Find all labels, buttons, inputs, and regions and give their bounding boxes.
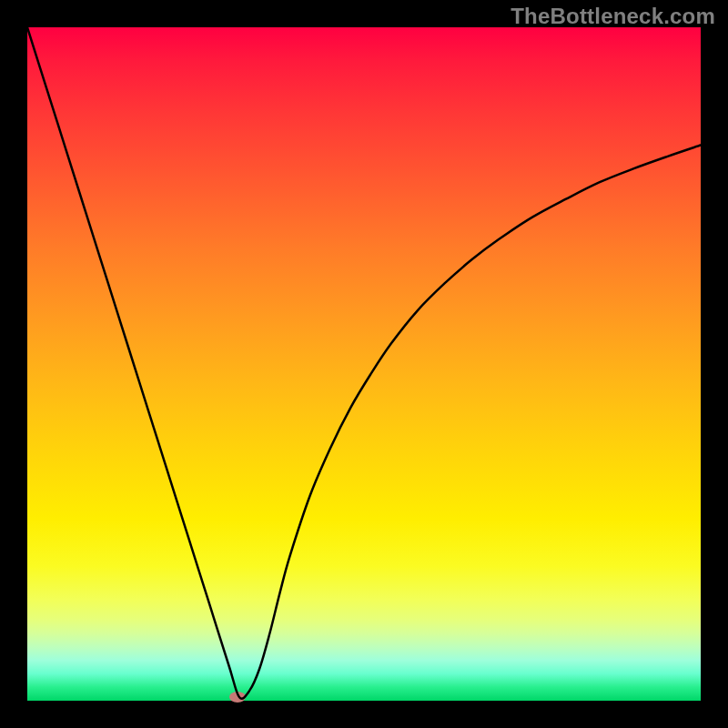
- curve-svg: [27, 27, 701, 701]
- plot-area: [27, 27, 701, 701]
- bottleneck-curve: [27, 27, 701, 699]
- chart-frame: TheBottleneck.com: [0, 0, 728, 728]
- watermark-text: TheBottleneck.com: [511, 4, 715, 29]
